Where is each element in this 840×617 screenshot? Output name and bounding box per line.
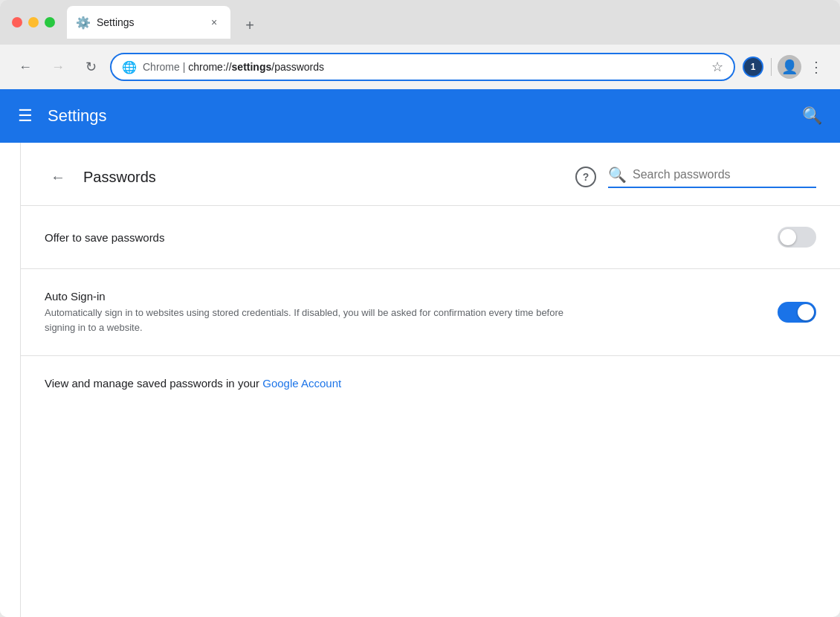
offer-to-save-row: Offer to save passwords <box>21 206 840 269</box>
minimize-button[interactable] <box>28 17 39 28</box>
address-text: Chrome | chrome://settings/passwords <box>143 61 705 73</box>
auto-signin-row: Auto Sign-in Automatically sign in to we… <box>21 269 840 356</box>
passwords-header: ← Passwords ? 🔍 <box>21 143 840 206</box>
search-passwords-icon: 🔍 <box>608 166 627 184</box>
traffic-lights <box>12 17 55 28</box>
chrome-menu-button[interactable]: ⋮ <box>804 55 828 79</box>
sidebar <box>0 143 21 617</box>
browser-window: ⚙️ Settings × + ← → ↻ 🌐 Chrome | chrome:… <box>0 0 840 617</box>
title-bar: ⚙️ Settings × + <box>0 0 840 45</box>
back-button[interactable]: ← <box>12 54 39 80</box>
address-bar[interactable]: 🌐 Chrome | chrome://settings/passwords ☆ <box>110 53 735 81</box>
nav-bar: ← → ↻ 🌐 Chrome | chrome://settings/passw… <box>0 45 840 89</box>
profile-avatar-icon: 👤 <box>781 59 798 75</box>
settings-hamburger-icon[interactable]: ☰ <box>18 106 33 126</box>
content-area: ← Passwords ? 🔍 Offer to save passwords <box>0 143 840 617</box>
forward-button[interactable]: → <box>45 54 71 80</box>
auto-signin-text: Auto Sign-in Automatically sign in to we… <box>45 290 778 335</box>
main-content: ← Passwords ? 🔍 Offer to save passwords <box>21 143 840 617</box>
new-tab-button[interactable]: + <box>236 12 263 39</box>
settings-tab-icon: ⚙️ <box>76 16 91 30</box>
1password-extension-button[interactable]: 1 <box>741 55 765 79</box>
auto-signin-toggle-track[interactable] <box>778 302 816 323</box>
auto-signin-toggle[interactable] <box>778 302 816 323</box>
search-passwords-input[interactable] <box>633 168 811 181</box>
nav-divider <box>771 58 772 76</box>
close-button[interactable] <box>12 17 22 28</box>
tab-title: Settings <box>97 16 201 28</box>
passwords-back-button[interactable]: ← <box>45 164 71 190</box>
offer-to-save-text: Offer to save passwords <box>45 231 778 244</box>
settings-search-icon[interactable]: 🔍 <box>802 106 822 126</box>
settings-page-title: Settings <box>48 106 802 126</box>
reload-button[interactable]: ↻ <box>77 54 104 80</box>
offer-to-save-label: Offer to save passwords <box>45 231 778 244</box>
extensions-area: 1 👤 ⋮ <box>741 55 828 79</box>
maximize-button[interactable] <box>45 17 55 28</box>
active-tab[interactable]: ⚙️ Settings × <box>67 6 230 39</box>
help-icon[interactable]: ? <box>575 167 596 187</box>
offer-to-save-toggle-track[interactable] <box>778 227 816 248</box>
auto-signin-toggle-thumb <box>798 304 814 320</box>
google-account-link[interactable]: Google Account <box>262 377 341 390</box>
offer-to-save-toggle[interactable] <box>778 227 816 248</box>
bookmark-star-icon[interactable]: ☆ <box>711 59 723 75</box>
address-domain: Chrome <box>143 61 180 73</box>
address-url: chrome://settings/passwords <box>188 61 324 73</box>
settings-header: ☰ Settings 🔍 <box>0 89 840 143</box>
1password-icon: 1 <box>743 56 763 77</box>
chrome-logo-icon: 🌐 <box>122 60 137 74</box>
google-account-prefix: View and manage saved passwords in your <box>45 377 262 390</box>
offer-to-save-toggle-thumb <box>780 229 796 245</box>
search-passwords-container: 🔍 <box>608 166 816 188</box>
profile-button[interactable]: 👤 <box>778 55 801 79</box>
tab-bar: ⚙️ Settings × + <box>67 6 828 39</box>
auto-signin-description: Automatically sign in to websites using … <box>45 306 565 335</box>
tab-close-button[interactable]: × <box>207 15 222 30</box>
google-account-row: View and manage saved passwords in your … <box>21 356 840 410</box>
passwords-page-title: Passwords <box>83 169 563 186</box>
auto-signin-label: Auto Sign-in <box>45 290 778 303</box>
